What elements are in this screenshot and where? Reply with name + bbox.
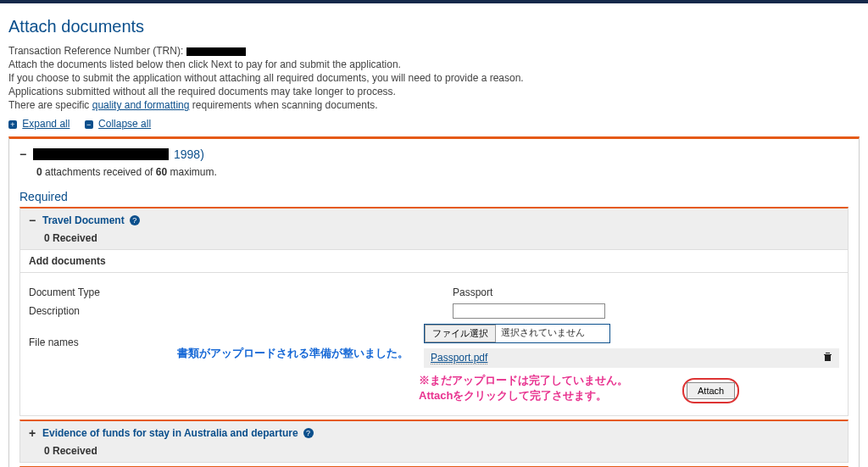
- section-name[interactable]: Travel Document: [42, 214, 125, 226]
- add-documents-title: Add documents: [20, 249, 848, 273]
- filenames-row: File names 書類がアップロードされる準備が整いました。 ファイル選択 …: [29, 324, 839, 368]
- doc-type-row: Document Type Passport: [29, 286, 839, 298]
- received-count: 0 Received: [20, 232, 848, 244]
- section-expand-toggle[interactable]: +: [29, 426, 37, 440]
- instr-3: Applications submitted without all the r…: [8, 86, 860, 97]
- received-count: 0 Received: [20, 445, 848, 457]
- required-title: Required: [19, 190, 849, 203]
- help-icon[interactable]: ?: [130, 215, 140, 225]
- instr-4-prefix: There are specific: [8, 99, 92, 111]
- trn-line: Transaction Reference Number (TRN):: [8, 45, 860, 57]
- annotation-warn-1: ※まだアップロードは完了していません。: [419, 373, 682, 388]
- instr-1: Attach the documents listed below then c…: [8, 58, 860, 70]
- instr-4-suffix: requirements when scanning documents.: [192, 99, 378, 111]
- section-travel-document: − Travel Document ? 0 Received Add docum…: [19, 207, 849, 416]
- intro-block: Transaction Reference Number (TRN): Atta…: [8, 45, 860, 111]
- attach-button[interactable]: Attach: [687, 382, 735, 399]
- applicant-year: 1998): [174, 147, 204, 161]
- count-received: 0: [36, 166, 42, 178]
- annotation-ready: 書類がアップロードされる準備が整いました。: [177, 346, 409, 361]
- applicant-row: − 1998): [19, 147, 849, 161]
- collapse-all-label: Collapse all: [98, 118, 151, 130]
- instr-2: If you choose to submit the application …: [8, 72, 860, 84]
- annotation-warning: ※まだアップロードは完了していません。 Attachをクリックして完了させます。: [419, 373, 682, 403]
- quality-formatting-link[interactable]: quality and formatting: [92, 99, 190, 111]
- help-icon[interactable]: ?: [303, 428, 314, 438]
- annotation-warn-2: Attachをクリックして完了させます。: [419, 388, 682, 403]
- description-label: Description: [29, 305, 453, 317]
- file-choose-button[interactable]: ファイル選択: [425, 325, 496, 342]
- attachment-count: 0 attachments received of 60 maximum.: [36, 166, 849, 178]
- applicant-collapse-toggle[interactable]: −: [19, 147, 28, 161]
- trn-redacted: [186, 47, 246, 56]
- section-collapse-toggle[interactable]: −: [29, 214, 37, 227]
- selected-filename[interactable]: Passport.pdf: [431, 352, 487, 364]
- attach-documents-page: Attach documents Transaction Reference N…: [0, 3, 868, 467]
- add-document-form: Document Type Passport Description File …: [20, 273, 848, 415]
- description-row: Description: [29, 303, 839, 319]
- page-title: Attach documents: [8, 17, 860, 36]
- count-mid: attachments received of: [45, 166, 156, 178]
- filenames-label: File names: [29, 336, 79, 348]
- trn-label: Transaction Reference Number (TRN):: [8, 45, 183, 57]
- attach-highlight-circle: Attach: [682, 378, 739, 403]
- file-input-wrapper: ファイル選択 選択されていません: [424, 324, 610, 343]
- selected-file-row: Passport.pdf: [424, 348, 839, 368]
- minus-icon: −: [85, 120, 93, 129]
- description-input[interactable]: [453, 303, 605, 319]
- section-name[interactable]: Evidence of funds for stay in Australia …: [42, 427, 298, 439]
- expand-all-button[interactable]: + Expand all: [8, 118, 70, 130]
- section-header: − Travel Document ?: [20, 208, 848, 232]
- instr-4: There are specific quality and formattin…: [8, 99, 860, 111]
- applicant-panel: − 1998) 0 attachments received of 60 max…: [8, 136, 860, 467]
- attach-button-row: ※まだアップロードは完了していません。 Attachをクリックして完了させます。…: [29, 373, 839, 412]
- trash-icon: [823, 352, 832, 362]
- collapse-all-button[interactable]: − Collapse all: [85, 118, 151, 130]
- expand-all-label: Expand all: [22, 118, 70, 130]
- doc-type-value: Passport: [453, 286, 839, 298]
- plus-icon: +: [8, 120, 17, 129]
- doc-type-label: Document Type: [29, 286, 453, 298]
- count-suffix: maximum.: [170, 166, 216, 178]
- remove-file-button[interactable]: [823, 352, 832, 364]
- section-evidence-funds: + Evidence of funds for stay in Australi…: [19, 420, 849, 463]
- count-max: 60: [156, 166, 167, 178]
- file-status: 選択されていません: [496, 325, 590, 342]
- applicant-name-redacted: [33, 148, 169, 160]
- section-header: + Evidence of funds for stay in Australi…: [20, 421, 848, 445]
- expand-collapse-bar: + Expand all − Collapse all: [8, 118, 860, 130]
